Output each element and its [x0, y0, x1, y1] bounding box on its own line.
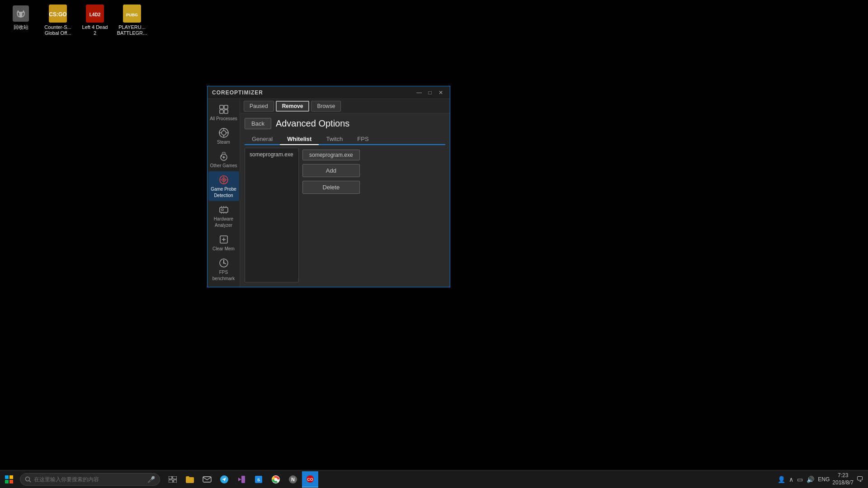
svg-rect-32: [174, 480, 177, 483]
svg-rect-33: [203, 477, 211, 482]
taskbar-search[interactable]: 🎤: [20, 473, 160, 486]
sidebar-item-hardware[interactable]: Hardware Analyzer: [208, 201, 239, 231]
search-icon: [25, 476, 31, 483]
remove-button[interactable]: Remove: [276, 101, 310, 112]
back-button[interactable]: Back: [245, 118, 271, 129]
sidebar-item-fps-bench[interactable]: FPS benchmark: [208, 254, 239, 284]
tab-fps[interactable]: FPS: [350, 134, 376, 145]
sidebar-item-game-probe[interactable]: Game Probe Detection: [208, 171, 239, 201]
source-button[interactable]: S: [250, 471, 267, 488]
advanced-tabs: General Whitelist Twitch FPS: [245, 134, 445, 145]
all-processes-icon: [218, 103, 230, 115]
title-bar: COREOPTIMIZER — □ ✕: [208, 86, 450, 99]
whitelist-item[interactable]: someprogram.exe: [247, 150, 297, 159]
svg-text:PUBG: PUBG: [126, 13, 138, 17]
content-topbar: Paused Remove Browse: [240, 99, 450, 113]
chrome-button[interactable]: [268, 471, 284, 488]
hardware-label2: Analyzer: [215, 223, 232, 228]
all-processes-label: All Processes: [210, 116, 237, 122]
svg-rect-29: [169, 476, 172, 479]
svg-text:CO: CO: [307, 477, 313, 482]
search-input[interactable]: [34, 476, 129, 483]
svg-text:CS:GO: CS:GO: [49, 11, 66, 18]
svg-rect-9: [224, 110, 228, 113]
svg-rect-6: [220, 105, 223, 109]
svg-rect-30: [173, 476, 177, 479]
title-controls: — □ ✕: [415, 89, 445, 97]
desktop-icon-l4d2[interactable]: L4D2 Left 4 Dead 2: [79, 5, 111, 36]
pubg-label1: PLAYERU...: [118, 24, 146, 30]
hardware-icon: [218, 204, 230, 216]
sidebar-item-clear-mem[interactable]: Clear Mem: [208, 231, 239, 254]
sidebar-item-all-processes[interactable]: All Processes: [208, 101, 239, 124]
l4d2-label2: 2: [94, 30, 96, 36]
paused-button[interactable]: Paused: [244, 101, 274, 112]
l4d2-icon: L4D2: [86, 5, 104, 23]
sidebar-item-steam[interactable]: Steam: [208, 124, 239, 148]
maximize-button[interactable]: □: [425, 89, 434, 97]
csgo-label1: Counter-S...: [44, 24, 71, 30]
recycle-label: 回收站: [14, 24, 28, 30]
antivirus-button[interactable]: N: [285, 471, 301, 488]
svg-rect-18: [222, 209, 223, 211]
taskbar-end-icon: ▭: [797, 476, 803, 483]
advanced-title: Advanced Options: [276, 118, 349, 129]
app-window: COREOPTIMIZER — □ ✕ All Processes: [207, 86, 450, 287]
tab-twitch[interactable]: Twitch: [319, 134, 350, 145]
visual-studio-button[interactable]: [233, 471, 250, 488]
svg-rect-31: [169, 480, 173, 483]
recycle-icon: [13, 5, 29, 22]
file-explorer-button[interactable]: [182, 471, 198, 488]
game-probe-label1: Game Probe: [211, 187, 236, 192]
sidebar-item-other-games[interactable]: Other Games: [208, 148, 239, 171]
svg-rect-25: [5, 480, 9, 483]
mail-button[interactable]: [199, 471, 215, 488]
csgo-label2: Global Off...: [45, 30, 71, 36]
clear-mem-label: Clear Mem: [212, 246, 235, 252]
lang-label: ENG: [818, 476, 830, 483]
other-games-label: Other Games: [210, 163, 237, 169]
delete-button[interactable]: Delete: [302, 181, 360, 194]
whitelist-content: someprogram.exe someprogram.exe Add Dele…: [245, 148, 445, 282]
tab-general[interactable]: General: [245, 134, 280, 145]
steam-icon: [218, 127, 230, 139]
svg-point-16: [223, 179, 225, 181]
start-button[interactable]: [0, 470, 18, 488]
sidebar: All Processes Steam: [208, 99, 240, 287]
minimize-button[interactable]: —: [415, 89, 424, 97]
desktop-icon-pubg[interactable]: PUBG PLAYERU... BATTLEGR...: [116, 5, 148, 36]
svg-point-39: [274, 478, 278, 481]
fps-bench-label2: benchmark: [212, 276, 235, 282]
add-button[interactable]: Add: [302, 164, 360, 177]
desktop-icon-recycle[interactable]: 回收站: [5, 5, 37, 36]
svg-rect-23: [5, 475, 9, 479]
volume-icon[interactable]: 🔊: [807, 476, 814, 483]
l4d2-label1: Left 4 Dead: [82, 24, 108, 30]
someprogram-button[interactable]: someprogram.exe: [302, 150, 360, 160]
close-button[interactable]: ✕: [436, 89, 445, 97]
content-area: Paused Remove Browse Back Advanced Optio…: [240, 99, 450, 287]
browse-button[interactable]: Browse: [311, 101, 341, 112]
sidebar-item-disk-comp[interactable]: Disk compression: [208, 284, 239, 287]
svg-rect-24: [9, 475, 13, 479]
task-view-button[interactable]: [165, 471, 181, 488]
telegram-button[interactable]: [216, 471, 232, 488]
steam-label: Steam: [217, 140, 230, 145]
coreoptimizer-taskbar-button[interactable]: CO: [302, 471, 318, 488]
tab-whitelist[interactable]: Whitelist: [280, 134, 319, 145]
taskbar: 🎤: [0, 470, 868, 488]
desktop-icon-csgo[interactable]: CS:GO Counter-S... Global Off...: [42, 5, 74, 36]
svg-text:L4D2: L4D2: [90, 12, 101, 17]
notification-icon[interactable]: 🗨: [856, 475, 863, 483]
user-icon: 👤: [778, 476, 785, 483]
desktop-icons: 回收站 CS:GO Counter-S... Global Off... L4D…: [0, 0, 153, 41]
taskbar-right: 👤 ∧ ▭ 🔊 ENG 7:23 2018/8/7 🗨: [778, 472, 868, 486]
pubg-label2: BATTLEGR...: [117, 30, 147, 36]
show-hidden-icon[interactable]: ∧: [789, 476, 793, 483]
advanced-header: Back Advanced Options: [245, 118, 445, 129]
taskbar-clock[interactable]: 7:23 2018/8/7: [832, 472, 854, 486]
svg-point-13: [221, 155, 222, 157]
whitelist-controls: someprogram.exe Add Delete: [302, 148, 360, 282]
svg-point-11: [222, 131, 226, 135]
whitelist-list[interactable]: someprogram.exe: [245, 148, 299, 282]
